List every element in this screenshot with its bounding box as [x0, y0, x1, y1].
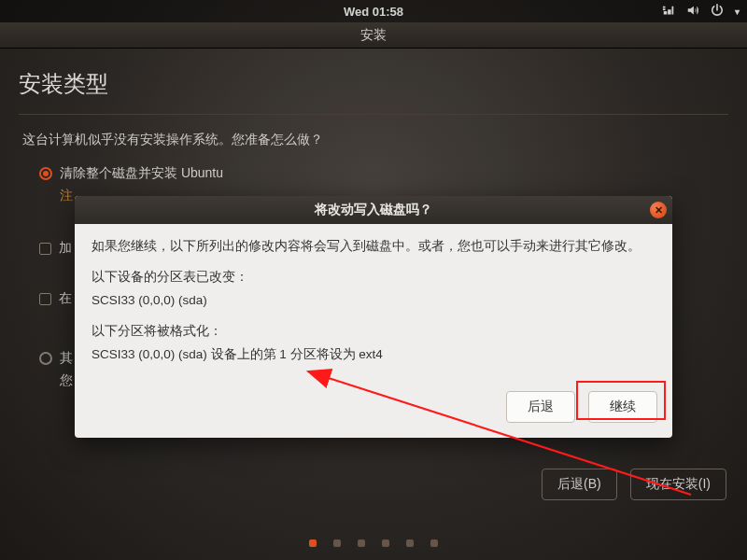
dialog-actions: 后退 继续 — [75, 382, 672, 438]
dialog-partitions-changed-head: 以下设备的分区表已改变： — [92, 268, 655, 287]
dialog-continue-button[interactable]: 继续 — [588, 391, 657, 423]
dialog-line1: 如果您继续，以下所列出的修改内容将会写入到磁盘中。或者，您也可以手动来进行其它修… — [92, 237, 655, 257]
dialog-format-head: 以下分区将被格式化： — [92, 322, 655, 342]
close-icon[interactable]: ✕ — [650, 202, 667, 218]
dialog-body: 如果您继续，以下所列出的修改内容将会写入到磁盘中。或者，您也可以手动来进行其它修… — [75, 224, 672, 382]
dialog-format-item: SCSI33 (0,0,0) (sda) 设备上的第 1 分区将设为 ext4 — [92, 345, 655, 365]
dialog-partitions-changed-item: SCSI33 (0,0,0) (sda) — [92, 291, 655, 311]
dialog-title: 将改动写入磁盘吗？ — [315, 202, 432, 218]
dialog-back-button[interactable]: 后退 — [506, 391, 575, 423]
dialog-titlebar: 将改动写入磁盘吗？ ✕ — [75, 196, 672, 224]
confirm-dialog: 将改动写入磁盘吗？ ✕ 如果您继续，以下所列出的修改内容将会写入到磁盘中。或者，… — [75, 196, 672, 438]
